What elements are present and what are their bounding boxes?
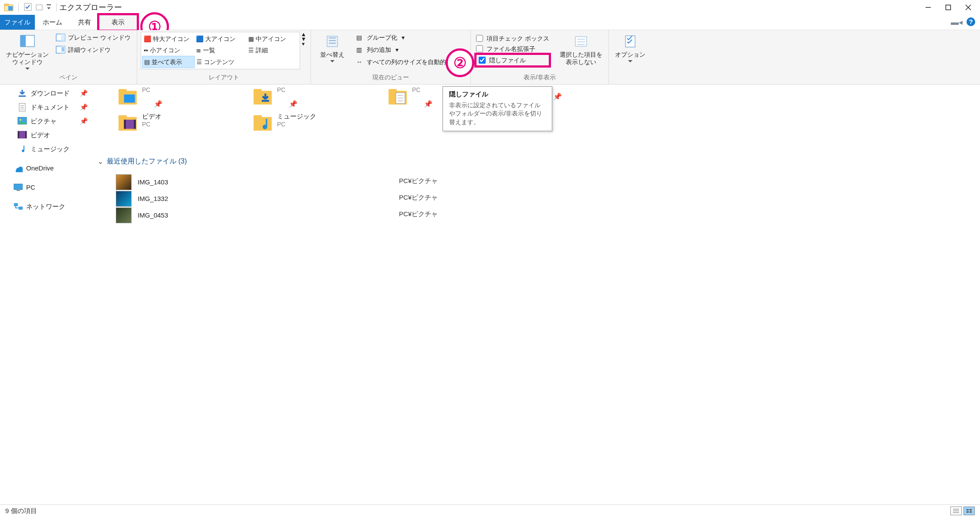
size-columns-button[interactable]: ↔すべての列のサイズを自動的に変更する: [352, 56, 456, 68]
ribbon-group-options: オプション: [608, 30, 652, 84]
folder-tile[interactable]: PC 📌: [117, 86, 162, 108]
view-mode-details-button[interactable]: [950, 507, 962, 515]
svg-rect-47: [134, 119, 136, 129]
layout-content[interactable]: ☰コンテンツ: [195, 56, 247, 68]
svg-rect-33: [14, 203, 18, 206]
svg-rect-44: [118, 115, 127, 119]
nav-item-onedrive[interactable]: OneDrive: [0, 161, 95, 175]
window-title: エクスプローラー: [59, 2, 122, 13]
window-minimize-button[interactable]: [918, 1, 938, 14]
recent-file-row[interactable]: IMG_0453: [116, 207, 168, 223]
ribbon-tab-bar: ファイル ホーム 共有 表示 ① ▬◂ ?: [0, 15, 980, 30]
checkbox-file-extensions[interactable]: ファイル名拡張子: [476, 44, 549, 54]
ribbon: ナビゲーション ウィンドウ プレビュー ウィンドウ 詳細ウィンドウ ペイン: [0, 30, 980, 85]
group-by-button[interactable]: ▤グループ化▾: [352, 32, 456, 43]
pin-icon: 📌: [289, 100, 297, 108]
nav-tree[interactable]: ダウンロード📌 ドキュメント📌 ピクチャ📌 ビデオ ミュージック On: [0, 85, 95, 504]
add-columns-button[interactable]: ▥列の追加▾: [352, 44, 456, 55]
svg-rect-51: [970, 509, 972, 510]
qat-new-folder-icon[interactable]: [34, 2, 44, 13]
options-button[interactable]: オプション: [612, 32, 648, 65]
svg-rect-29: [18, 131, 19, 138]
nav-item-documents[interactable]: ドキュメント📌: [0, 100, 95, 114]
video-folder-icon: [117, 112, 139, 134]
hide-selected-button[interactable]: 選択した項目を 表示しない: [557, 32, 605, 68]
folder-tile[interactable]: PC 📌: [252, 86, 297, 108]
details-pane-button[interactable]: 詳細ウィンドウ: [53, 44, 133, 55]
nav-item-pc[interactable]: PC: [0, 180, 95, 194]
ribbon-group-caption: レイアウト: [141, 72, 307, 84]
svg-rect-2: [8, 6, 13, 10]
layout-medium[interactable]: ▦中アイコン: [247, 33, 299, 44]
image-thumbnail: [116, 191, 132, 207]
layout-tiles[interactable]: ▤並べて表示: [142, 56, 195, 68]
layout-extra-large[interactable]: 🟥特大アイコン: [142, 33, 194, 44]
chevron-down-icon: [25, 68, 30, 70]
window-maximize-button[interactable]: [938, 1, 958, 14]
qat-properties-icon[interactable]: [23, 2, 33, 13]
checkbox-hidden-items[interactable]: 隠しファイル: [476, 54, 549, 66]
status-item-count: 9 個の項目: [5, 507, 37, 515]
nav-item-downloads[interactable]: ダウンロード📌: [0, 86, 95, 100]
nav-item-music[interactable]: ミュージック: [0, 142, 95, 156]
group-header-recent[interactable]: ⌄ 最近使用したファイル (3): [98, 157, 187, 166]
svg-rect-41: [389, 89, 397, 92]
preview-pane-button[interactable]: プレビュー ウィンドウ: [53, 32, 133, 43]
nav-item-videos[interactable]: ビデオ: [0, 128, 95, 142]
image-thumbnail: [116, 207, 132, 223]
recent-file-row[interactable]: IMG_1332: [116, 191, 168, 207]
document-icon: [17, 102, 27, 112]
title-bar: エクスプローラー: [0, 0, 980, 15]
ribbon-group-current-view: 並べ替え ▤グループ化▾ ▥列の追加▾ ↔すべての列のサイズを自動的に変更する …: [311, 30, 470, 84]
pin-icon: 📌: [424, 100, 433, 108]
view-mode-icons-button[interactable]: [963, 507, 975, 515]
folder-tile[interactable]: PC 📌: [387, 86, 433, 108]
nav-pane-button[interactable]: ナビゲーション ウィンドウ: [3, 32, 51, 72]
pin-icon: 📌: [80, 116, 88, 126]
status-bar: 9 個の項目: [0, 504, 980, 517]
svg-rect-53: [970, 511, 972, 513]
recent-file-path: PC¥ピクチャ: [399, 177, 438, 185]
tab-view[interactable]: 表示: [99, 15, 137, 30]
sort-by-button[interactable]: 並べ替え: [314, 32, 350, 65]
pin-icon: 📌: [80, 88, 88, 98]
tooltip-hidden-items: 隠しファイル 非表示に設定されているファイルやフォルダーの表示/非表示を切り替え…: [443, 86, 552, 132]
nav-item-network[interactable]: ネットワーク: [0, 200, 95, 214]
ribbon-group-show-hide: 項目チェック ボックス ファイル名拡張子 隠しファイル 選択した項目を 表示しな…: [470, 30, 608, 84]
music-folder-icon: [252, 112, 274, 134]
tab-home[interactable]: ホーム: [35, 15, 70, 30]
recent-file-row[interactable]: IMG_1403: [116, 174, 168, 190]
layout-small[interactable]: ▪▪小アイコン: [142, 44, 194, 56]
image-thumbnail: [116, 174, 132, 190]
chevron-down-icon: ⌄: [98, 157, 103, 166]
music-icon: [17, 144, 27, 154]
layout-details[interactable]: ☰詳細: [247, 44, 299, 56]
window-close-button[interactable]: [958, 1, 978, 14]
layout-gallery[interactable]: 🟥特大アイコン 🟦大アイコン ▦中アイコン ▪▪小アイコン ≣一覧 ☰詳細 ▤並…: [141, 32, 300, 69]
layout-large[interactable]: 🟦大アイコン: [194, 33, 247, 44]
content-area: ダウンロード📌 ドキュメント📌 ピクチャ📌 ビデオ ミュージック On: [0, 85, 980, 504]
explorer-icon: [3, 2, 14, 14]
svg-rect-7: [946, 5, 951, 10]
svg-rect-1: [4, 4, 9, 6]
svg-rect-31: [14, 184, 23, 190]
download-folder-icon: [252, 86, 274, 108]
tab-share[interactable]: 共有: [70, 15, 99, 30]
folder-tile[interactable]: ミュージックPC: [252, 112, 316, 134]
file-view[interactable]: PC 📌 PC 📌 PC 📌 PC 📌 ビデオPC: [95, 85, 980, 504]
folder-tile[interactable]: ビデオPC: [117, 112, 162, 134]
help-icon[interactable]: ?: [966, 17, 976, 28]
ribbon-group-caption: 現在のビュー: [314, 72, 467, 84]
desktop-folder-icon: [117, 86, 139, 108]
nav-item-pictures[interactable]: ピクチャ📌: [0, 114, 95, 128]
checkbox-item-checkboxes[interactable]: 項目チェック ボックス: [476, 34, 549, 43]
minimize-ribbon-icon[interactable]: ▬◂: [951, 17, 963, 27]
tab-file[interactable]: ファイル: [0, 15, 35, 30]
svg-rect-22: [575, 37, 587, 46]
qat-dropdown-icon[interactable]: [46, 2, 52, 13]
svg-rect-36: [118, 89, 127, 92]
pin-icon: 📌: [154, 100, 162, 108]
pin-icon: 📌: [80, 102, 88, 112]
ribbon-group-caption: ペイン: [3, 72, 133, 84]
layout-list[interactable]: ≣一覧: [194, 44, 247, 56]
